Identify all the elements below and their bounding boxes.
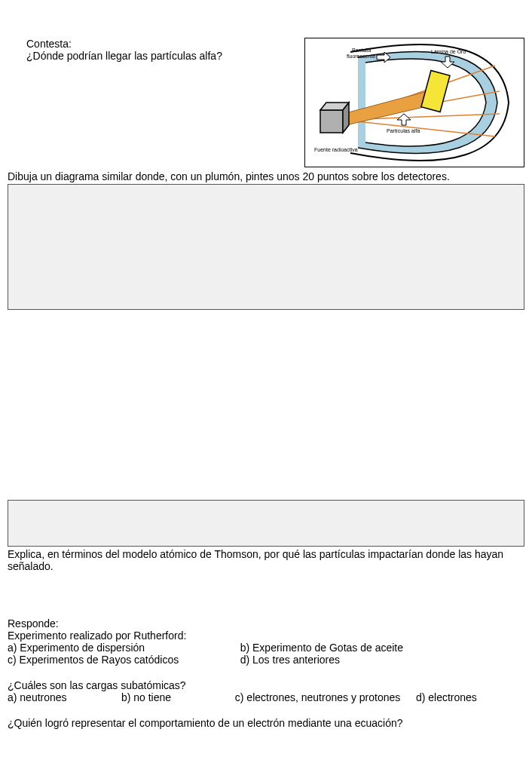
label-fuente: Fuente radioactiva [314, 147, 358, 152]
q2-option-d[interactable]: d) electrones [416, 691, 494, 703]
q1-option-d[interactable]: d) Los tres anteriores [240, 654, 524, 666]
q1-text: Experimento realizado por Rutherford: [8, 630, 524, 642]
q2-option-c[interactable]: c) electrones, neutrones y protones [235, 691, 416, 703]
label-pantalla-a: Pantalla [352, 47, 371, 53]
label-particulas: Partículas alfa [387, 128, 420, 133]
q1-option-b[interactable]: b) Experimento de Gotas de aceite [240, 642, 524, 654]
respond-title: Responde: [8, 617, 524, 630]
drawing-area-1[interactable] [8, 184, 524, 310]
label-lamina: Lámina de Oro [431, 49, 466, 54]
instruction-1: Dibuja un diagrama similar donde, con un… [8, 170, 524, 182]
q2-option-b[interactable]: b) no tiene [121, 691, 235, 703]
q1-option-c[interactable]: c) Experimentos de Rayos catódicos [8, 654, 240, 666]
section-title: Contesta: [26, 38, 297, 50]
label-pantalla-b: fluorescente [347, 54, 375, 59]
q1-option-a[interactable]: a) Experimento de dispersión [8, 642, 240, 654]
q2-text: ¿Cuáles son las cargas subatómicas? [8, 679, 524, 691]
rutherford-diagram: Pantalla fluorescente Lámina de Oro Part… [304, 38, 524, 167]
question-1: ¿Dónde podrían llegar las partículas alf… [26, 50, 297, 62]
explain-instruction: Explica, en términos del modelo atómico … [8, 548, 524, 572]
q2-option-a[interactable]: a) neutrones [8, 691, 121, 703]
q3-text: ¿Quién logró representar el comportamien… [8, 717, 524, 729]
svg-marker-6 [320, 110, 343, 133]
answer-box-1[interactable] [8, 500, 524, 547]
